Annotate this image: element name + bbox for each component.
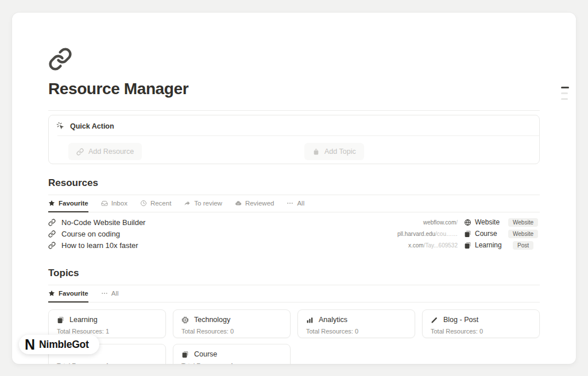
resource-row[interactable]: Course on coding pll.harvard.edu/cou…… C…	[48, 228, 537, 239]
resource-tag[interactable]: Website	[508, 230, 538, 238]
books-icon	[57, 316, 64, 324]
topic-total: Total Resources: 1	[181, 362, 282, 364]
globe-icon	[464, 219, 471, 226]
tab-to-review[interactable]: To review	[184, 200, 222, 212]
topic-name: Blog - Post	[443, 316, 478, 324]
resource-list: No-Code Website Builder webflow.com/ Web…	[48, 216, 540, 251]
tab-label: Favourite	[59, 290, 88, 297]
chip-icon	[181, 316, 189, 324]
topic-card-analytics[interactable]: Analytics Total Resources: 0	[297, 309, 415, 338]
toc-dash	[561, 87, 569, 88]
topic-card-technology[interactable]: Technology Total Resources: 0	[173, 309, 291, 338]
tab-label: To review	[194, 200, 222, 207]
resource-title[interactable]: Course on coding	[61, 230, 120, 238]
link-icon	[76, 148, 84, 156]
add-resource-label: Add Resource	[88, 148, 134, 156]
resource-title[interactable]: No-Code Website Builder	[61, 218, 145, 227]
topic-total: Total Resources: 1	[57, 328, 157, 335]
tab-label: Inbox	[111, 200, 127, 207]
resource-tag[interactable]: Post	[513, 241, 533, 250]
topic-name: Analytics	[319, 316, 347, 324]
resource-type-label: Website	[475, 218, 500, 226]
nimblegot-logo-icon: N	[25, 338, 34, 352]
add-topic-label: Add Topic	[324, 148, 356, 156]
link-icon	[48, 230, 56, 238]
topics-heading: Topics	[48, 267, 540, 280]
page-card: Resource Manager Quick Action Add Resour…	[12, 13, 576, 364]
topic-name: Course	[194, 350, 217, 358]
pencil-icon	[431, 316, 438, 324]
topic-card-grid: Learning Total Resources: 1 Technology T…	[48, 309, 540, 364]
topic-total: Total Resources: 0	[306, 328, 407, 335]
books-icon	[464, 242, 471, 249]
topic-card-course[interactable]: Course Total Resources: 1	[173, 344, 291, 364]
books-icon	[181, 351, 189, 358]
tab-reviewed[interactable]: Reviewed	[235, 200, 274, 212]
nimblegot-logo-text: NimbleGot	[39, 339, 89, 351]
resource-row[interactable]: No-Code Website Builder webflow.com/ Web…	[48, 216, 537, 228]
resources-tabs: Favourite Inbox Recent To review Reviewe…	[48, 195, 540, 212]
toc-dash	[561, 92, 568, 94]
star-icon	[48, 200, 55, 207]
tab-label: All	[297, 200, 304, 207]
tab-label: Reviewed	[245, 200, 274, 207]
cloud-check-icon	[235, 200, 242, 207]
tab-label: All	[111, 290, 119, 297]
tab-all[interactable]: All	[101, 290, 119, 303]
tab-favourite[interactable]: Favourite	[48, 200, 88, 212]
ellipsis-icon	[287, 200, 293, 207]
clock-icon	[140, 200, 147, 207]
topic-card-blog-post[interactable]: Blog - Post Total Resources: 0	[422, 309, 540, 338]
topics-tabs: Favourite All	[48, 285, 540, 303]
resource-tag[interactable]: Website	[508, 218, 538, 227]
table-of-contents-indicator[interactable]	[561, 87, 570, 100]
add-topic-button[interactable]: Add Topic	[304, 143, 364, 160]
topic-card-learning[interactable]: Learning Total Resources: 1	[48, 309, 166, 338]
toc-dash	[561, 98, 568, 100]
star-icon	[48, 290, 55, 297]
resource-type-select[interactable]: Learning	[464, 241, 503, 249]
tab-inbox[interactable]: Inbox	[101, 200, 127, 212]
ellipsis-icon	[101, 290, 108, 297]
forward-arrow-icon	[184, 200, 191, 207]
tab-recent[interactable]: Recent	[140, 200, 171, 212]
topic-name: Learning	[69, 316, 98, 324]
add-resource-button[interactable]: Add Resource	[68, 143, 142, 160]
bar-chart-icon	[306, 316, 314, 324]
resource-row[interactable]: How to learn 10x faster x.com/Tay...6095…	[48, 239, 537, 251]
tab-label: Recent	[150, 200, 171, 207]
resource-url[interactable]: x.com/Tay...609532	[365, 242, 458, 249]
inbox-icon	[101, 200, 108, 207]
page-title[interactable]: Resource Manager	[48, 79, 540, 99]
topic-total: Total Resources: 0	[431, 328, 531, 335]
nimblegot-badge[interactable]: N NimbleGot	[19, 335, 99, 354]
tab-label: Favourite	[59, 200, 88, 207]
books-icon	[464, 230, 471, 238]
link-icon	[48, 242, 56, 249]
topic-total: Total Resources: 0	[181, 328, 282, 335]
resource-url[interactable]: pll.harvard.edu/cou……	[365, 231, 458, 237]
topic-total: Total Resources: 1	[57, 362, 157, 364]
tab-favourite[interactable]: Favourite	[48, 290, 88, 303]
click-icon	[56, 122, 65, 130]
topic-name: Technology	[194, 316, 230, 324]
resource-url[interactable]: webflow.com/	[365, 219, 458, 226]
tag-icon	[312, 148, 320, 156]
resource-title[interactable]: How to learn 10x faster	[61, 241, 138, 250]
resource-type-label: Learning	[475, 241, 502, 249]
resource-type-select[interactable]: Website	[464, 218, 503, 226]
resources-heading: Resources	[48, 177, 540, 189]
quick-action-title: Quick Action	[70, 122, 114, 130]
link-icon	[48, 219, 56, 226]
resource-type-select[interactable]: Course	[464, 230, 503, 238]
divider	[48, 110, 540, 111]
tab-all[interactable]: All	[287, 200, 304, 212]
quick-action-panel: Quick Action Add Resource Add Topic	[48, 115, 540, 164]
resource-type-label: Course	[475, 230, 497, 238]
page-link-icon[interactable]	[48, 47, 72, 71]
